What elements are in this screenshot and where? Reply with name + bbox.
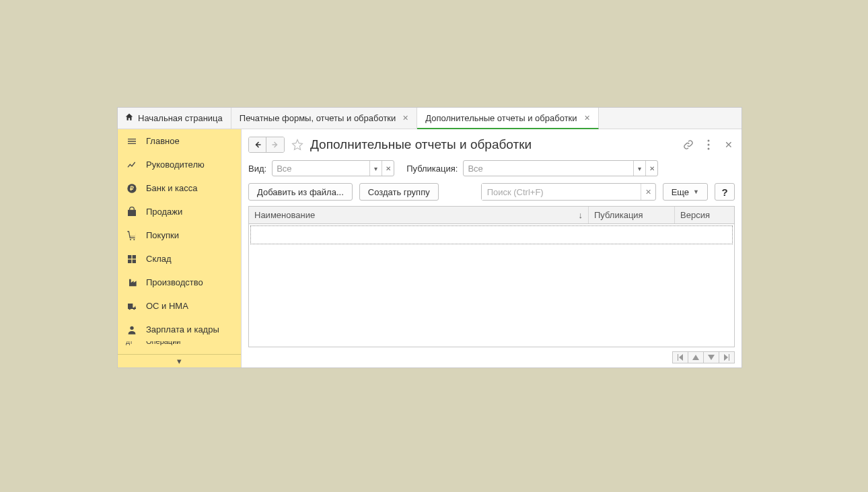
more-button[interactable]: Еще ▼ — [663, 183, 708, 201]
search-input[interactable] — [482, 184, 641, 200]
tab-additional-reports[interactable]: Дополнительные отчеты и обработки ✕ — [417, 108, 598, 129]
table-body[interactable] — [249, 224, 734, 347]
favorite-button[interactable] — [290, 137, 305, 152]
sidebar-item-label: ОС и НМА — [146, 301, 188, 311]
home-icon — [124, 112, 134, 124]
filter-kind-label: Вид: — [248, 164, 266, 174]
clear-icon[interactable]: ✕ — [645, 161, 657, 176]
cart-icon — [126, 230, 138, 241]
sidebar-item-purchases[interactable]: Покупки — [118, 223, 241, 247]
sidebar-item-manufacturing[interactable]: Производство — [118, 271, 241, 294]
help-label: ? — [721, 186, 727, 198]
dropdown-icon[interactable]: ▾ — [369, 161, 382, 176]
app-body: Главное Руководителю ₽ Банк и касса — [118, 129, 742, 367]
svg-point-8 — [130, 326, 133, 329]
svg-rect-6 — [128, 259, 131, 262]
nav-up-button[interactable] — [688, 351, 704, 363]
help-button[interactable]: ? — [715, 183, 735, 201]
tab-print-forms-label: Печатные формы, отчеты и обработки — [240, 113, 396, 123]
sidebar-item-label: Руководителю — [146, 160, 205, 170]
svg-rect-7 — [133, 259, 136, 262]
create-group-button[interactable]: Создать группу — [359, 183, 439, 201]
col-name-header[interactable]: Наименование ↓ — [249, 207, 589, 223]
title-bar: Дополнительные отчеты и обработки ✕ — [242, 129, 742, 156]
nav-buttons — [248, 137, 285, 153]
svg-point-10 — [708, 144, 710, 146]
title-actions: ✕ — [682, 139, 735, 151]
sidebar-item-bank[interactable]: ₽ Банк и касса — [118, 176, 241, 200]
clear-icon[interactable]: ✕ — [382, 161, 394, 176]
table-empty-row — [250, 225, 733, 244]
forward-button[interactable] — [266, 137, 284, 152]
add-from-file-button[interactable]: Добавить из файла... — [248, 183, 353, 201]
sidebar-item-label: Главное — [146, 136, 180, 146]
chart-line-icon — [126, 160, 138, 170]
action-row: Добавить из файла... Создать группу ✕ Ещ… — [242, 180, 742, 206]
col-pub-label: Публикация — [594, 210, 643, 220]
sidebar: Главное Руководителю ₽ Банк и касса — [118, 129, 242, 367]
dropdown-icon[interactable]: ▾ — [633, 161, 645, 176]
svg-text:₽: ₽ — [130, 185, 134, 192]
chevron-down-icon: ▾ — [177, 356, 182, 366]
sidebar-item-warehouse[interactable]: Склад — [118, 247, 241, 271]
sidebar-item-label: Продажи — [146, 207, 182, 217]
sidebar-expand-button[interactable]: ▾ — [118, 354, 241, 367]
tab-print-forms[interactable]: Печатные формы, отчеты и обработки ✕ — [231, 108, 418, 129]
search-box[interactable]: ✕ — [481, 183, 656, 201]
svg-point-2 — [130, 239, 131, 240]
link-button[interactable] — [682, 139, 694, 151]
filter-pub-combo[interactable]: ▾ ✕ — [463, 160, 658, 176]
sidebar-item-main[interactable]: Главное — [118, 129, 241, 153]
svg-rect-5 — [133, 255, 136, 258]
table-header: Наименование ↓ Публикация Версия — [249, 207, 734, 224]
sidebar-item-label: Банк и касса — [146, 183, 198, 193]
menu-icon — [126, 136, 138, 147]
nav-first-button[interactable] — [672, 351, 688, 363]
table: Наименование ↓ Публикация Версия — [248, 206, 735, 347]
truck-icon — [126, 301, 138, 312]
filter-pub-input[interactable] — [464, 161, 633, 176]
factory-icon — [126, 277, 138, 288]
sidebar-item-hr[interactable]: Зарплата и кадры — [118, 318, 241, 341]
back-button[interactable] — [249, 137, 266, 152]
col-ver-header[interactable]: Версия — [675, 207, 734, 223]
table-nav — [242, 347, 742, 367]
main-content: Дополнительные отчеты и обработки ✕ Вид:… — [242, 129, 742, 367]
sidebar-item-label: Покупки — [146, 230, 179, 240]
filter-kind-combo[interactable]: ▾ ✕ — [272, 160, 394, 176]
sidebar-item-operations-partial: Дт Операции — [118, 341, 241, 345]
add-from-file-label: Добавить из файла... — [257, 187, 344, 197]
person-icon — [126, 324, 138, 335]
sidebar-item-label: Склад — [146, 254, 172, 264]
tab-additional-reports-label: Дополнительные отчеты и обработки — [425, 113, 577, 123]
col-pub-header[interactable]: Публикация — [589, 207, 675, 223]
col-ver-label: Версия — [680, 210, 710, 220]
create-group-label: Создать группу — [368, 187, 430, 197]
tab-home[interactable]: Начальная страница — [118, 108, 231, 129]
sidebar-item-assets[interactable]: ОС и НМА — [118, 294, 241, 318]
tab-home-label: Начальная страница — [138, 113, 223, 123]
col-name-label: Наименование — [254, 210, 315, 220]
svg-point-3 — [133, 239, 135, 240]
filter-pub-label: Публикация: — [406, 164, 458, 174]
clear-search-button[interactable]: ✕ — [641, 184, 655, 200]
sidebar-items: Главное Руководителю ₽ Банк и касса — [118, 129, 241, 354]
close-icon[interactable]: ✕ — [402, 114, 408, 122]
nav-down-button[interactable] — [703, 351, 719, 363]
close-icon[interactable]: ✕ — [584, 114, 590, 122]
filter-kind-input[interactable] — [273, 161, 369, 176]
close-panel-button[interactable]: ✕ — [723, 139, 735, 151]
ruble-icon: ₽ — [126, 183, 138, 194]
boxes-icon — [126, 254, 138, 265]
sidebar-item-sales[interactable]: Продажи — [118, 200, 241, 223]
nav-last-button[interactable] — [719, 351, 735, 363]
tabs-bar: Начальная страница Печатные формы, отчет… — [118, 108, 742, 129]
sidebar-item-manager[interactable]: Руководителю — [118, 153, 241, 176]
sidebar-item-label: Зарплата и кадры — [146, 324, 219, 335]
sort-down-icon: ↓ — [579, 210, 583, 220]
svg-point-11 — [708, 148, 710, 150]
filter-row: Вид: ▾ ✕ Публикация: ▾ ✕ — [242, 156, 742, 180]
more-menu-button[interactable] — [702, 139, 715, 151]
svg-rect-4 — [128, 255, 131, 258]
sidebar-item-label: Производство — [146, 277, 203, 287]
